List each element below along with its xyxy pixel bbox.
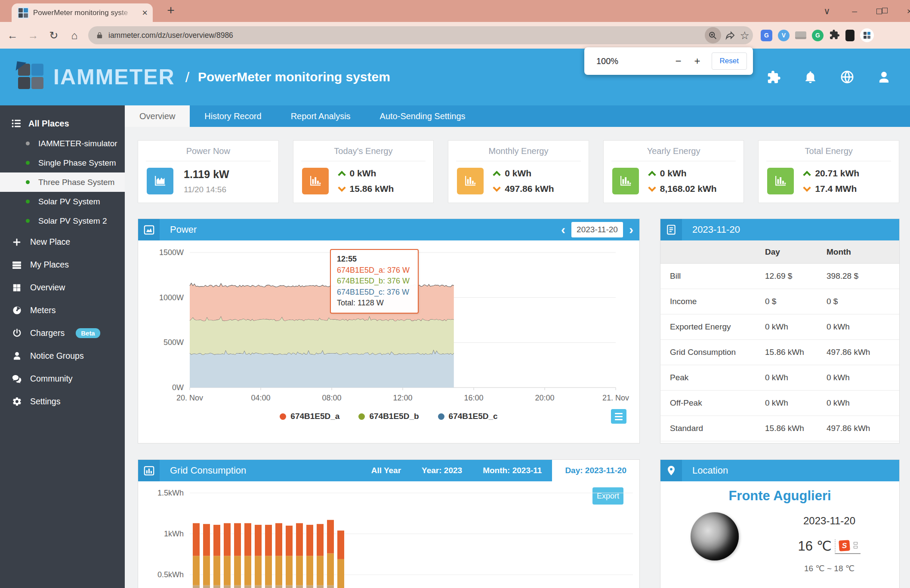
stat-card-yearly-energy: Yearly Energy0 kWh8,168.02 kWh <box>603 140 744 203</box>
sidebar-place-iammeter-simulator[interactable]: IAMMETER-simulator <box>0 134 125 153</box>
zoom-popup: 100% − + Reset <box>584 47 753 75</box>
moon-phase-image <box>691 512 739 560</box>
forward-icon[interactable]: → <box>25 29 41 42</box>
translate-extension[interactable]: G <box>761 30 772 41</box>
v-extension[interactable]: V <box>778 30 790 41</box>
laptop-extension[interactable] <box>795 31 806 39</box>
charger-icon <box>11 328 22 338</box>
caret-down-icon <box>648 184 656 191</box>
stat-card-title: Total Energy <box>759 146 899 156</box>
sidebar-item-chargers[interactable]: ChargersBeta <box>0 322 125 345</box>
table-row-bill: Bill12.69 $398.28 $ <box>660 264 899 289</box>
darkmode-extension[interactable] <box>845 30 854 41</box>
reload-icon[interactable]: ↻ <box>46 29 62 42</box>
bookmark-star-icon[interactable]: ☆ <box>740 29 750 42</box>
status-dot-icon <box>26 180 30 184</box>
stat-card-title: Monthly Energy <box>448 146 589 156</box>
range-tab-year-2023[interactable]: Year: 2023 <box>411 460 472 481</box>
tab-overview[interactable]: Overview <box>125 105 190 127</box>
sidebar-item-all-places[interactable]: All Places <box>0 113 125 134</box>
breadcrumb-separator: / <box>185 69 189 86</box>
day-panel-header: 2023-11-20 <box>660 219 899 240</box>
range-tabs: All YearYear: 2023Month: 2023-11Day: 202… <box>361 460 639 481</box>
url-text[interactable]: iammeter.com/dz/user/overview/8986 <box>108 31 233 40</box>
broken-image-icon <box>852 542 859 550</box>
profile-avatar[interactable] <box>860 28 874 42</box>
new-tab-button[interactable]: + <box>163 3 179 19</box>
sidebar-item-meters[interactable]: Meters <box>0 299 125 322</box>
back-icon[interactable]: ← <box>4 29 21 42</box>
zoom-indicator-icon[interactable] <box>705 27 721 43</box>
row-month-value: 497.86 kWh <box>827 424 895 433</box>
zoom-in-icon[interactable]: + <box>694 55 700 67</box>
table-row-off-peak: Off-Peak0 kWh0 kWh <box>660 391 899 416</box>
tab-close-icon[interactable]: × <box>142 8 148 18</box>
place-label: IAMMETER-simulator <box>38 139 117 148</box>
tab-history-record[interactable]: History Record <box>190 105 276 127</box>
range-tab-month-2023-11[interactable]: Month: 2023-11 <box>472 460 552 481</box>
zoom-reset-button[interactable]: Reset <box>712 52 747 70</box>
sidebar-item-new-place[interactable]: New Place <box>0 231 125 253</box>
home-icon[interactable]: ⌂ <box>66 29 83 42</box>
caret-up-icon <box>338 171 345 179</box>
row-label: Income <box>660 297 765 306</box>
range-tab-all-year[interactable]: All Year <box>361 460 411 481</box>
svg-text:1.5kWh: 1.5kWh <box>157 489 184 497</box>
legend-item-674b1e5d_c[interactable]: 674B1E5D_c <box>438 412 498 421</box>
location-panel-title: Location <box>692 465 728 476</box>
notifications-bell-icon[interactable] <box>803 70 817 84</box>
svg-text:04:00: 04:00 <box>251 394 270 402</box>
grammarly-extension[interactable]: G <box>812 30 824 41</box>
window-close-icon[interactable]: × <box>904 6 910 16</box>
col-month: Month <box>827 247 895 257</box>
window-menu-icon[interactable]: ∨ <box>821 6 833 16</box>
window-restore-icon[interactable] <box>876 8 888 14</box>
caret-up-icon <box>803 171 811 179</box>
share-icon[interactable] <box>725 30 736 40</box>
sidebar-item-notice-groups[interactable]: Notice Groups <box>0 345 125 367</box>
window-minimize-icon[interactable]: – <box>849 6 860 16</box>
sidebar-item-settings[interactable]: Settings <box>0 390 125 413</box>
legend-item-674b1e5d_b[interactable]: 674B1E5D_b <box>358 412 419 421</box>
language-globe-icon[interactable] <box>840 70 854 84</box>
stat-up-value: 0 kWh <box>505 168 531 179</box>
range-tab-day-2023-11-20[interactable]: Day: 2023-11-20 <box>552 460 639 481</box>
next-day-icon[interactable]: › <box>629 223 633 236</box>
grid-icon <box>11 283 22 292</box>
browser-tab[interactable]: PowerMeter monitoring syste × <box>12 3 153 22</box>
sidebar-place-solar-pv-system-2[interactable]: Solar PV System 2 <box>0 211 125 231</box>
sidebar-place-solar-pv-system[interactable]: Solar PV System <box>0 192 125 211</box>
row-day-value: 12.69 $ <box>765 271 827 281</box>
legend-item-674b1e5d_a[interactable]: 674B1E5D_a <box>280 412 339 421</box>
sidebar-item-community[interactable]: Community <box>0 367 125 390</box>
sidebar-item-my-places[interactable]: My Places <box>0 253 125 276</box>
brand-name: IAMMETER <box>53 65 175 89</box>
iammeter-favicon-icon <box>18 7 29 18</box>
address-bar[interactable]: iammeter.com/dz/user/overview/8986 ☆ <box>88 26 753 44</box>
date-picker[interactable]: 2023-11-20 <box>571 222 623 237</box>
prev-day-icon[interactable]: ‹ <box>561 223 565 236</box>
sidebar-place-three-phase-system[interactable]: Three Phase System <box>0 172 125 192</box>
col-day: Day <box>765 247 827 257</box>
row-day-value: 0 $ <box>765 297 827 306</box>
puzzle-extension[interactable] <box>829 29 840 42</box>
tooltip-series-row: 674B1E5D_a: 376 W <box>337 265 412 276</box>
row-month-value: 398.28 $ <box>827 271 895 281</box>
place-label: Single Phase System <box>38 158 116 168</box>
account-person-icon[interactable] <box>877 70 891 84</box>
sidebar-item-overview[interactable]: Overview <box>0 276 125 299</box>
tab-report-analysis[interactable]: Report Analysis <box>276 105 365 127</box>
sidebar-place-single-phase-system[interactable]: Single Phase System <box>0 153 125 172</box>
chart-menu-icon[interactable] <box>611 409 626 424</box>
legend-dot-icon <box>438 413 444 420</box>
menu-label: Chargers <box>30 328 65 338</box>
weather-summary: 2023-11-20 16 ℃ S 16 ℃ ~ 18 ℃ <box>770 515 888 573</box>
tab-auto-sending-settings[interactable]: Auto-Sending Settings <box>365 105 480 127</box>
user-icon <box>11 351 22 361</box>
zoom-out-icon[interactable]: − <box>676 55 682 67</box>
integrations-puzzle-icon[interactable] <box>767 70 781 84</box>
svg-text:0.5kWh: 0.5kWh <box>157 570 184 579</box>
current-temperature: 16 ℃ <box>798 538 832 554</box>
chat-icon <box>11 374 22 384</box>
grid-consumption-chart[interactable]: 0.5kWh1kWh1.5kWh <box>138 485 639 588</box>
